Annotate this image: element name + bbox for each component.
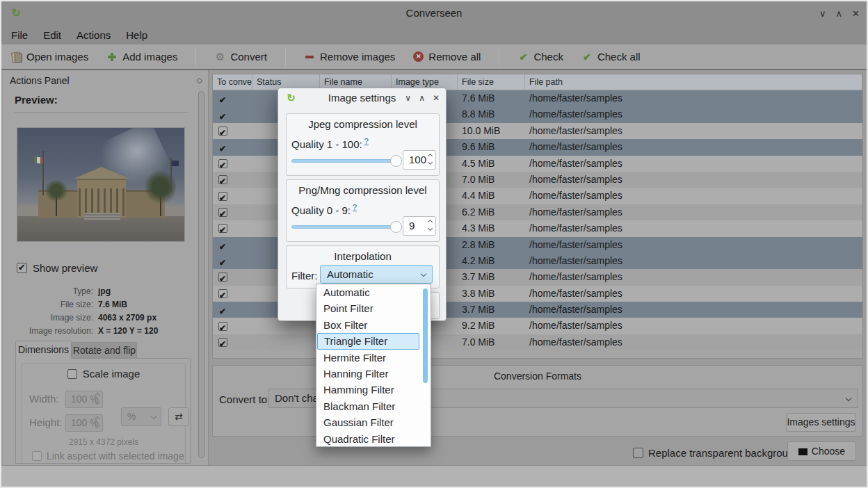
to-convert-checkbox[interactable] [218, 338, 227, 347]
dropdown-scrollbar[interactable] [423, 286, 428, 446]
jpeg-quality-slider[interactable] [291, 159, 397, 163]
file-path-cell: /home/faster/samples [525, 204, 862, 220]
column-header-file-size[interactable]: File size [458, 74, 525, 90]
help-link[interactable]: ? [364, 137, 369, 145]
menu-item-actions[interactable]: Actions [77, 29, 111, 41]
dialog-minimize-icon[interactable]: ∨ [405, 94, 411, 102]
jpeg-compression-group: Jpeg compression level Quality 1 - 100:?… [286, 113, 440, 176]
dialog-maximize-icon[interactable]: ∧ [419, 94, 425, 102]
remove-images-button[interactable]: Remove images [304, 51, 395, 63]
reset-dimensions-button[interactable]: ⇄ [168, 407, 189, 426]
width-spinbox[interactable]: 100 % [65, 391, 103, 408]
column-header-to-convert[interactable]: To convert [213, 74, 252, 90]
remove-all-button[interactable]: ✕Remove all [413, 51, 481, 63]
filter-option-triangle-filter[interactable]: Triangle Filter [317, 333, 419, 349]
spin-down-icon[interactable] [428, 226, 433, 231]
tab-rotate-and-flip[interactable]: Rotate and flip [72, 342, 137, 359]
panel-scrollbar[interactable] [198, 91, 204, 459]
link-aspect-checkbox[interactable] [32, 451, 42, 461]
to-convert-checkbox[interactable] [218, 322, 227, 331]
file-path-cell: /home/faster/samples [525, 334, 862, 350]
png-quality-spinbox[interactable]: 9 [403, 216, 436, 236]
filter-option-quadratic-filter[interactable]: Quadratic Filter [316, 431, 431, 447]
show-preview-checkbox[interactable] [17, 263, 27, 273]
replace-transparent-background-checkbox[interactable] [633, 448, 643, 458]
info-row: File size:7.6 MiB [3, 298, 191, 311]
to-convert-checkbox[interactable] [218, 159, 227, 168]
filter-option-gaussian-filter[interactable]: Gaussian Filter [316, 414, 431, 430]
to-convert-checkbox[interactable] [218, 305, 227, 314]
filter-option-box-filter[interactable]: Box Filter [316, 317, 431, 333]
spin-up-icon[interactable] [428, 220, 433, 225]
to-convert-checkbox[interactable] [218, 289, 227, 298]
dialog-title-bar[interactable]: ↻ Image settings ∨ ∧ ✕ [278, 88, 446, 108]
jpeg-group-title: Jpeg compression level [287, 118, 439, 130]
toolbar-separator [195, 48, 196, 66]
to-convert-checkbox[interactable] [218, 224, 227, 233]
dimensions-pane: Scale image Width: 100 % Height: 100 % %… [15, 358, 191, 464]
file-path-cell: /home/faster/samples [525, 139, 862, 155]
slider-handle[interactable] [390, 221, 402, 233]
to-convert-checkbox[interactable] [218, 143, 227, 152]
filter-option-point-filter[interactable]: Point Filter [316, 300, 431, 316]
column-header-file-path[interactable]: File path [525, 74, 862, 90]
conversion-formats-group: Conversion Formats Convert to: Don't cha… [212, 365, 863, 437]
minimize-icon[interactable]: ∨ [819, 9, 826, 18]
chevron-down-icon [846, 396, 851, 401]
dialog-close-icon[interactable]: ✕ [433, 94, 440, 102]
file-path-cell: /home/faster/samples [525, 302, 862, 318]
float-panel-icon[interactable]: ◇ [197, 76, 202, 85]
add-images-button[interactable]: Add images [106, 51, 177, 63]
to-convert-checkbox[interactable] [218, 94, 227, 103]
choose-color-button[interactable]: Choose color [787, 441, 856, 461]
menu-item-edit[interactable]: Edit [43, 29, 61, 41]
filter-select[interactable]: Automatic [320, 265, 433, 284]
scale-image-checkbox[interactable] [67, 369, 77, 379]
tab-dimensions[interactable]: Dimensions [15, 341, 72, 359]
unit-select[interactable]: % [121, 407, 161, 426]
maximize-icon[interactable]: ∧ [836, 9, 843, 18]
convert-button[interactable]: ⚙Convert [214, 51, 267, 63]
info-row: Image resolution:X = 120 Y = 120 [3, 324, 191, 337]
file-size-cell: 9.6 MiB [458, 139, 525, 155]
file-size-cell: 4.4 MiB [458, 188, 525, 204]
png-quality-slider[interactable] [291, 225, 397, 229]
images-settings-button[interactable]: Images settings [786, 413, 856, 432]
to-convert-checkbox[interactable] [218, 273, 227, 282]
help-link[interactable]: ? [353, 203, 357, 211]
menu-item-file[interactable]: File [11, 29, 28, 41]
filter-option-blackman-filter[interactable]: Blackman Filter [316, 398, 431, 414]
to-convert-checkbox[interactable] [218, 257, 227, 266]
height-spinbox[interactable]: 100 % [65, 414, 103, 432]
filter-option-hamming-filter[interactable]: Hamming Filter [316, 382, 431, 398]
menu-item-help[interactable]: Help [126, 29, 147, 41]
filter-option-automatic[interactable]: Automatic [316, 284, 431, 300]
to-convert-checkbox[interactable] [218, 241, 227, 250]
to-convert-checkbox[interactable] [218, 175, 227, 184]
close-icon[interactable]: ✕ [852, 9, 860, 18]
spin-up-icon[interactable] [428, 154, 433, 158]
file-path-cell: /home/faster/samples [525, 106, 862, 122]
table-row[interactable]: 7.0 MiB/home/faster/samples [213, 334, 862, 350]
check-all-button[interactable]: ✔Check all [581, 51, 641, 63]
steps [84, 213, 120, 220]
building-pediment [74, 167, 129, 179]
toolbar-button-label: Check [533, 51, 563, 63]
jpeg-quality-spinbox[interactable]: 100 [403, 150, 436, 170]
check-button[interactable]: ✔Check [517, 51, 563, 63]
info-row: Type:jpg [3, 284, 191, 298]
height-label: Height: [29, 416, 63, 428]
file-size-cell: 4.5 MiB [458, 156, 525, 172]
toolbar-separator [285, 48, 286, 66]
slider-handle[interactable] [390, 155, 402, 167]
filter-option-hanning-filter[interactable]: Hanning Filter [316, 366, 431, 382]
info-label: Image resolution: [3, 326, 93, 336]
to-convert-checkbox[interactable] [218, 208, 227, 217]
filter-option-hermite-filter[interactable]: Hermite Filter [316, 350, 431, 366]
to-convert-checkbox[interactable] [218, 192, 227, 201]
to-convert-checkbox[interactable] [218, 111, 227, 120]
open-images-button[interactable]: Open images [10, 51, 88, 63]
to-convert-checkbox[interactable] [218, 127, 227, 136]
spin-down-icon[interactable] [428, 160, 433, 165]
convert-to-label: Convert to: [219, 393, 270, 405]
